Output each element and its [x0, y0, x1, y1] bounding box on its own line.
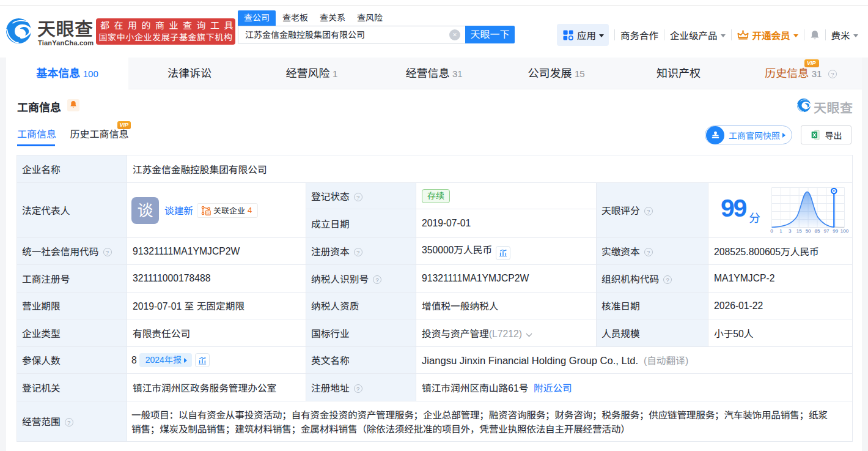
- svg-text:100: 100: [840, 228, 849, 233]
- svg-text:3: 3: [789, 228, 792, 233]
- svg-text:15: 15: [796, 228, 802, 233]
- svg-text:50: 50: [806, 228, 811, 233]
- svg-text:1: 1: [779, 228, 782, 233]
- svg-text:97: 97: [823, 228, 829, 233]
- svg-text:85: 85: [815, 228, 820, 233]
- svg-text:99: 99: [833, 228, 838, 233]
- svg-text:企: 企: [207, 211, 210, 214]
- svg-text:0: 0: [770, 228, 773, 233]
